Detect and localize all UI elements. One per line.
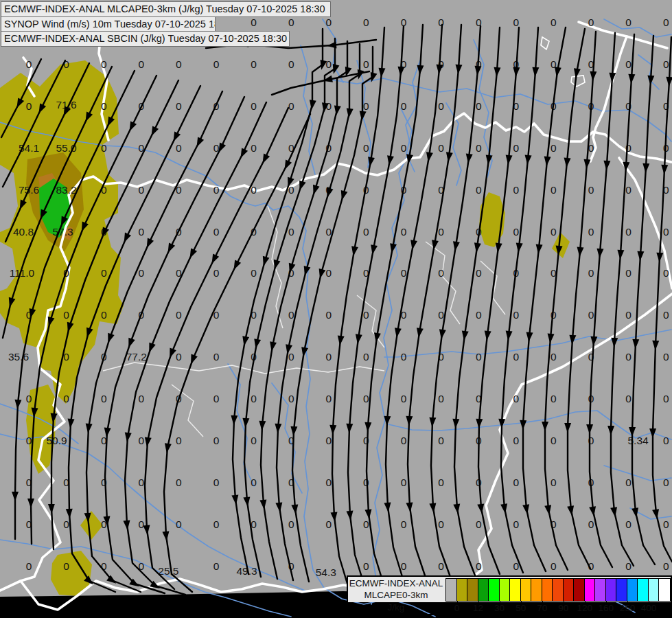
wind-arrowhead	[123, 520, 130, 530]
sbcin-zero-label: 0	[363, 518, 369, 530]
sbcin-zero-label: 0	[551, 16, 557, 28]
sbcin-zero-label: 0	[513, 142, 519, 154]
wind-arrowhead	[191, 354, 198, 365]
legend-tick-label: 160	[599, 603, 614, 613]
legend-color-cell	[542, 579, 553, 601]
wind-arrowhead	[254, 339, 261, 349]
sbcin-zero-label: 0	[138, 58, 144, 70]
wind-arrowhead	[12, 492, 19, 501]
sbcin-zero-label: 0	[663, 309, 669, 321]
header-line-sbcin: ECMWF-INDEX-ANAL SBCIN (J/kg) Tuesday 07…	[1, 31, 290, 47]
sbcin-zero-label: 0	[63, 560, 69, 572]
sbcin-zero-label: 0	[513, 226, 519, 238]
wind-arrowhead	[520, 420, 526, 430]
wind-arrowhead	[506, 155, 513, 165]
wind-arrowhead	[496, 242, 502, 253]
wind-streamline	[632, 36, 655, 564]
sbcin-zero-label: 0	[551, 477, 557, 488]
sbcin-zero-label: 0	[551, 142, 557, 154]
wind-arrowhead	[124, 232, 131, 242]
wind-arrowhead	[356, 334, 362, 344]
sbcin-zero-label: 0	[251, 393, 257, 404]
sbcin-zero-label: 0	[325, 435, 332, 446]
sbcin-zero-label: 0	[438, 226, 444, 238]
wind-arrowhead	[351, 246, 358, 256]
sbcin-zero-label: 0	[401, 351, 407, 363]
wind-arrowhead	[241, 148, 248, 158]
sbcin-value-label: 5.34	[628, 435, 649, 446]
sbcin-zero-label: 0	[551, 226, 557, 238]
legend-tick-label: 120	[577, 603, 593, 613]
sbcin-zero-label: 0	[663, 351, 669, 363]
sbcin-zero-label: 0	[438, 393, 444, 404]
header-line-synop-wind-text: SYNOP Wind (m/s) 10m Tuesday 07-10-2025 …	[4, 19, 216, 30]
sbcin-zero-label: 0	[476, 351, 482, 363]
sbcin-zero-label: 0	[288, 351, 294, 363]
legend-title-line1: ECMWF-INDEX-ANAL	[348, 577, 444, 589]
wind-arrowhead	[168, 242, 176, 253]
wind-arrowhead	[174, 131, 181, 141]
sbcin-zero-label: 0	[138, 184, 144, 196]
wind-arrowhead	[360, 111, 367, 120]
wind-arrowhead	[656, 253, 663, 262]
sbcin-zero-label: 0	[363, 351, 369, 363]
wind-arrowhead	[632, 339, 639, 349]
wind-arrowhead	[190, 248, 198, 258]
wind-arrowhead	[327, 187, 334, 198]
wind-arrowhead	[152, 126, 159, 136]
wind-arrowhead	[498, 419, 505, 428]
sbcin-zero-label: 0	[663, 58, 669, 70]
legend-color-cell	[478, 579, 489, 601]
wind-arrowhead	[485, 330, 491, 340]
sbcin-zero-label: 0	[251, 142, 257, 154]
wind-arrowhead	[48, 504, 55, 514]
sbcin-zero-label: 0	[625, 267, 632, 279]
sbcin-value-label: 35.6	[8, 351, 29, 363]
wind-arrowhead	[329, 425, 336, 435]
cape-olive-diamond	[80, 511, 103, 540]
sbcin-zero-label: 0	[251, 16, 257, 28]
legend-color-cell	[521, 579, 532, 601]
legend-color-cell	[531, 579, 542, 601]
sbcin-zero-label: 0	[476, 309, 482, 321]
wind-arrowhead	[453, 503, 460, 513]
sbcin-zero-label: 0	[63, 309, 69, 321]
legend-color-cell	[457, 579, 468, 601]
sbcin-zero-label: 0	[588, 267, 594, 279]
sbcin-value-label: 54.3	[316, 566, 336, 578]
sbcin-zero-label: 0	[401, 100, 407, 112]
sbcin-zero-label: 0	[325, 393, 332, 404]
sbcin-zero-label: 0	[213, 226, 220, 238]
wind-streamline	[332, 27, 384, 584]
sbcin-zero-label: 0	[663, 267, 669, 279]
wind-arrowhead	[429, 503, 436, 513]
sbcin-zero-label: 0	[363, 560, 369, 572]
sbcin-zero-label: 0	[438, 518, 444, 530]
sbcin-zero-label: 0	[663, 226, 669, 238]
legend-unit: J/kg	[369, 602, 424, 613]
sbcin-zero-label: 0	[401, 226, 407, 238]
sbcin-zero-label: 0	[363, 142, 369, 154]
wind-arrowhead	[263, 256, 270, 266]
sbcin-zero-label: 0	[401, 267, 407, 279]
sbcin-zero-label: 0	[625, 309, 632, 321]
legend-tick-label: 0	[454, 603, 460, 613]
sbcin-value-label: 50.9	[47, 435, 67, 446]
sbcin-zero-label: 0	[101, 393, 107, 404]
sbcin-zero-label: 0	[588, 226, 594, 238]
sbcin-zero-label: 0	[476, 267, 482, 279]
sbcin-zero-label: 0	[176, 100, 182, 112]
wind-arrowhead	[589, 506, 596, 516]
sbcin-zero-label: 0	[513, 309, 519, 321]
sbcin-zero-label: 0	[438, 309, 444, 321]
sbcin-zero-label: 0	[401, 477, 407, 488]
legend-tick-label: 90	[558, 603, 568, 613]
header-line-sbcin-text: ECMWF-INDEX-ANAL SBCIN (J/kg) Tuesday 07…	[4, 33, 287, 44]
wind-streamline	[261, 41, 347, 579]
wind-arrowhead	[439, 329, 446, 339]
wind-arrowhead	[642, 163, 649, 173]
wind-arrowhead	[477, 503, 484, 514]
wind-arrowhead	[197, 137, 205, 147]
sbcin-zero-label: 0	[251, 435, 257, 446]
header-line-mlcape-text: ECMWF-INDEX-ANAL MLCAPE0-3km (J/kg) Tues…	[4, 3, 325, 14]
